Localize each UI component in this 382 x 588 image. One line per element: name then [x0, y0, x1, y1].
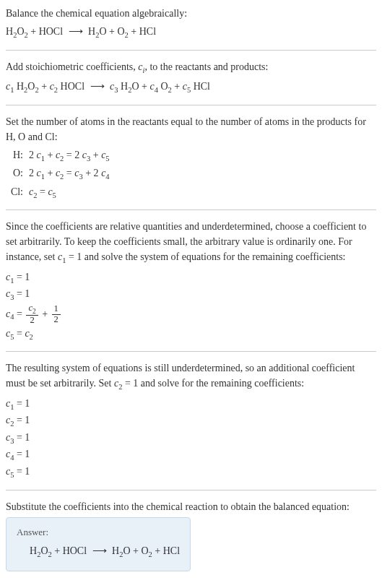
answer-equation: H2O2 + HOCl ⟶ H2O + O2 + HCl — [17, 543, 180, 561]
underdet1-section: Since the coefficients are relative quan… — [6, 219, 376, 342]
fraction: c2 2 — [26, 303, 38, 326]
atoms-text: Set the number of atoms in the reactants… — [6, 114, 376, 144]
divider — [6, 490, 376, 490]
atom-eq-o: O: 2 c1 + c2 = c3 + 2 c4 — [6, 165, 376, 183]
atom-equation: c2 = c5 — [29, 184, 56, 202]
coeff-eq: c2 = 1 — [6, 412, 376, 430]
underdet2-section: The resulting system of equations is sti… — [6, 360, 376, 480]
stoich-text: Add stoichiometric coefficients, ci, to … — [6, 59, 376, 77]
atoms-section: Set the number of atoms in the reactants… — [6, 114, 376, 202]
atom-eq-h: H: 2 c1 + c2 = 2 c3 + c5 — [6, 147, 376, 165]
stoich-text-prefix: Add stoichiometric coefficients, — [6, 61, 138, 72]
coeff-eq-frac: c4 = c2 2 + 1 2 — [6, 303, 376, 326]
divider — [6, 351, 376, 352]
divider — [6, 105, 376, 105]
underdet2-text: The resulting system of equations is sti… — [6, 360, 376, 393]
divider — [6, 50, 376, 51]
atom-label: H: — [6, 147, 23, 163]
substitute-text: Substitute the coefficients into the che… — [6, 499, 376, 514]
atom-eq-cl: Cl: c2 = c5 — [6, 184, 376, 202]
underdet1-text: Since the coefficients are relative quan… — [6, 219, 376, 267]
coeff-eq: c3 = 1 — [6, 286, 376, 303]
answer-box: Answer: H2O2 + HOCl ⟶ H2O + O2 + HCl — [6, 517, 191, 571]
stoich-equation: c1 H2O2 + c2 HOCl ⟶ c3 H2O + c4 O2 + c5 … — [6, 79, 376, 96]
stoich-section: Add stoichiometric coefficients, ci, to … — [6, 59, 376, 96]
divider — [6, 209, 376, 210]
underdet2-equations: c1 = 1 c2 = 1 c3 = 1 c4 = 1 c5 = 1 — [6, 396, 376, 481]
substitute-section: Substitute the coefficients into the che… — [6, 499, 376, 571]
coeff-eq: c5 = c2 — [6, 326, 376, 343]
coeff-eq: c3 = 1 — [6, 430, 376, 447]
coeff-eq: c1 = 1 — [6, 396, 376, 413]
coeff-eq: c4 = 1 — [6, 446, 376, 464]
coeff-eq: c1 = 1 — [6, 269, 376, 287]
atom-equations: H: 2 c1 + c2 = 2 c3 + c5 O: 2 c1 + c2 = … — [6, 147, 376, 202]
atom-equation: 2 c1 + c2 = 2 c3 + c5 — [29, 147, 110, 165]
coeff-eq: c5 = 1 — [6, 464, 376, 481]
intro-equation: H2O2 + HOCl ⟶ H2O + O2 + HCl — [6, 24, 376, 41]
atom-equation: 2 c1 + c2 = c3 + 2 c4 — [29, 165, 110, 183]
intro-text: Balance the chemical equation algebraica… — [6, 6, 376, 21]
underdet1-equations: c1 = 1 c3 = 1 c4 = c2 2 + 1 2 c5 = c2 — [6, 269, 376, 342]
answer-label: Answer: — [17, 525, 180, 540]
stoich-text-suffix: , to the reactants and products: — [144, 61, 268, 72]
atom-label: Cl: — [6, 184, 23, 199]
atom-label: O: — [6, 165, 23, 181]
fraction: 1 2 — [52, 304, 61, 325]
intro-section: Balance the chemical equation algebraica… — [6, 6, 376, 41]
